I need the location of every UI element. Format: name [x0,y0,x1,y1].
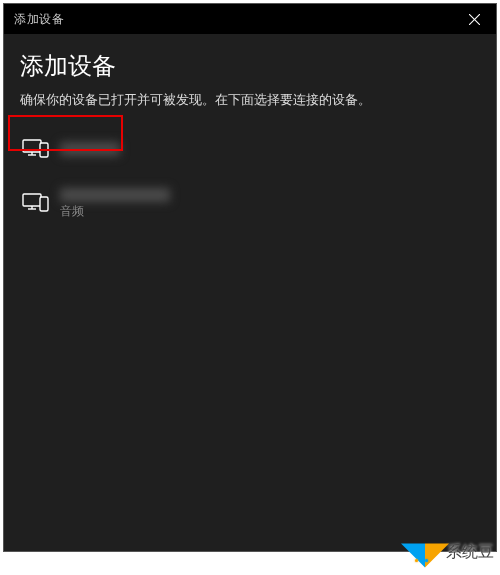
close-button[interactable] [452,4,496,34]
dialog-content: 添加设备 确保你的设备已打开并可被发现。在下面选择要连接的设备。 [4,34,496,252]
device-text [60,142,120,156]
device-name [60,188,170,202]
close-icon [469,14,480,25]
device-subtext: 音频 [60,204,170,218]
titlebar: 添加设备 [4,4,496,34]
svg-rect-2 [23,140,41,152]
svg-rect-9 [40,197,48,211]
svg-rect-6 [23,194,41,206]
device-icon [22,138,50,160]
device-item-0[interactable] [22,132,480,166]
device-list: 音频 [22,132,480,224]
device-icon [22,192,50,214]
add-device-dialog: 添加设备 添加设备 确保你的设备已打开并可被发现。在下面选择要连接的设备。 [3,3,497,552]
window-title: 添加设备 [14,11,64,28]
dialog-subtext: 确保你的设备已打开并可被发现。在下面选择要连接的设备。 [20,90,480,110]
dialog-heading: 添加设备 [20,50,480,82]
device-name [60,142,120,156]
device-item-1[interactable]: 音频 [22,182,480,224]
device-text: 音频 [60,188,170,218]
svg-rect-5 [40,143,48,157]
